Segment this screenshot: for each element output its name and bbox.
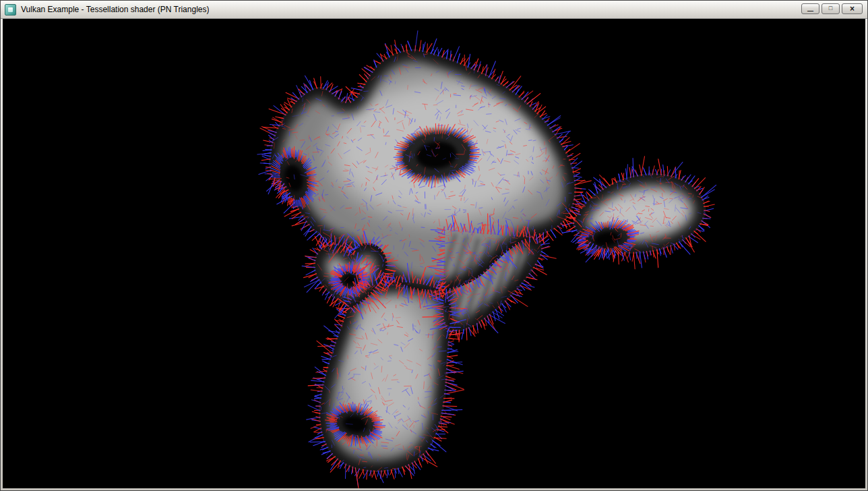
app-window: Vulkan Example - Tessellation shader (PN…	[0, 0, 868, 491]
titlebar[interactable]: Vulkan Example - Tessellation shader (PN…	[1, 1, 867, 19]
minimize-icon: —	[807, 8, 813, 14]
viewport[interactable]	[3, 19, 865, 488]
model-render	[3, 19, 865, 488]
close-icon: ×	[850, 5, 855, 13]
minimize-button[interactable]: —	[801, 3, 819, 14]
maximize-button[interactable]: □	[822, 3, 840, 14]
app-icon[interactable]	[5, 4, 16, 16]
window-controls: — □ ×	[801, 3, 863, 14]
maximize-icon: □	[829, 5, 832, 11]
close-button[interactable]: ×	[842, 3, 863, 14]
app-icon-glyph	[8, 7, 13, 12]
window-title: Vulkan Example - Tessellation shader (PN…	[21, 5, 209, 14]
